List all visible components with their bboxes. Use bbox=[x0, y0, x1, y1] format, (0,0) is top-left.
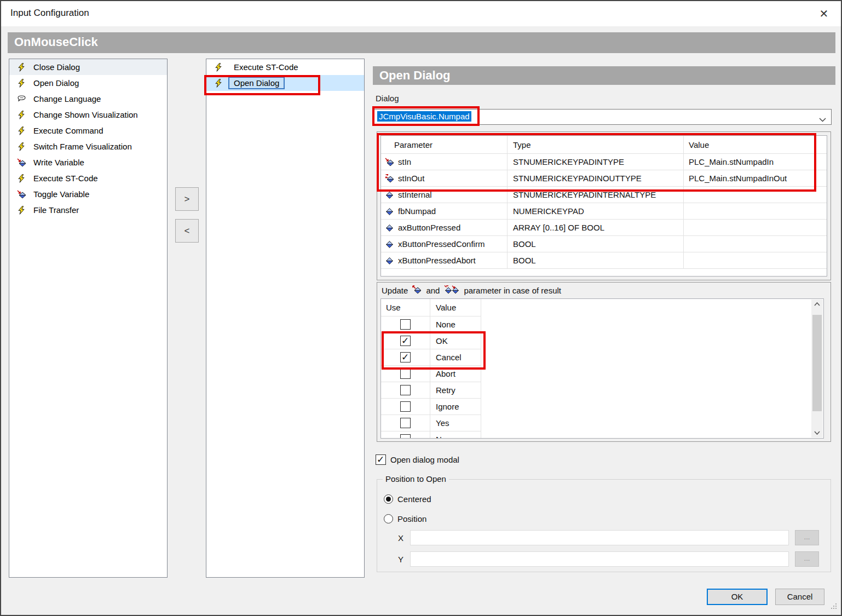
action-list-item[interactable]: Close Dialog bbox=[9, 59, 167, 75]
parameter-name: stInOut bbox=[398, 174, 424, 183]
dialog-combobox[interactable]: JCmpVisuBasic.Numpad bbox=[374, 109, 832, 125]
result-row: Yes bbox=[381, 415, 481, 431]
result-row: Retry bbox=[381, 382, 481, 399]
action-list-item[interactable]: Switch Frame Visualization bbox=[9, 139, 167, 154]
available-actions-list: Close Dialog Open Dialog Change Language… bbox=[9, 59, 168, 578]
parameter-value[interactable]: PLC_Main.stNumpadInOut bbox=[684, 170, 826, 186]
use-checkbox[interactable] bbox=[400, 434, 411, 439]
cancel-button[interactable]: Cancel bbox=[775, 589, 824, 605]
update-label-prefix: Update bbox=[382, 286, 408, 295]
parameter-value[interactable] bbox=[684, 220, 826, 235]
result-row: OK bbox=[381, 333, 481, 349]
parameter-type: STNUMERICKEYPADINOUTTYPE bbox=[507, 170, 684, 186]
action-list-item[interactable]: Toggle Variable bbox=[9, 186, 167, 202]
event-header: OnMouseClick bbox=[8, 32, 835, 53]
column-header-value: Value bbox=[430, 299, 481, 316]
parameter-icon bbox=[385, 158, 397, 166]
parameter-value[interactable] bbox=[684, 203, 826, 219]
y-input[interactable] bbox=[410, 551, 789, 567]
open-dialog-modal-checkbox[interactable] bbox=[376, 454, 386, 465]
resize-grip[interactable] bbox=[830, 602, 838, 612]
update-result-label: Update and parameter in case of result bbox=[382, 285, 561, 296]
parameter-row[interactable]: fbNumpad NUMERICKEYPAD bbox=[381, 203, 827, 220]
action-label: File Transfer bbox=[33, 205, 79, 215]
position-radio[interactable] bbox=[384, 514, 393, 523]
action-list-item[interactable]: Change Shown Visualization bbox=[9, 107, 167, 123]
chevron-down-icon[interactable] bbox=[819, 114, 826, 124]
parameter-row[interactable]: axButtonPressed ARRAY [0..16] OF BOOL bbox=[381, 220, 827, 236]
parameter-type: NUMERICKEYPAD bbox=[507, 203, 684, 219]
use-checkbox[interactable] bbox=[400, 352, 411, 362]
action-list-item[interactable]: Write Variable bbox=[9, 154, 167, 170]
column-header-use: Use bbox=[381, 299, 430, 316]
y-browse-button[interactable]: ... bbox=[795, 551, 819, 567]
result-row: Abort bbox=[381, 366, 481, 382]
scrollbar-thumb[interactable] bbox=[812, 315, 822, 411]
use-checkbox[interactable] bbox=[400, 319, 411, 330]
parameter-name: stInternal bbox=[398, 190, 432, 199]
ok-button[interactable]: OK bbox=[707, 589, 768, 605]
parameter-row[interactable]: stInOut STNUMERICKEYPADINOUTTYPE PLC_Mai… bbox=[381, 170, 827, 187]
result-table: Use Value None OK bbox=[380, 298, 824, 439]
parameter-value[interactable]: PLC_Main.stNumpadIn bbox=[684, 154, 826, 170]
use-checkbox[interactable] bbox=[400, 369, 411, 379]
add-action-button[interactable]: > bbox=[175, 187, 199, 211]
use-checkbox[interactable] bbox=[400, 385, 411, 395]
result-table-header: Use Value bbox=[381, 299, 481, 316]
parameter-icon bbox=[385, 223, 397, 232]
remove-action-button[interactable]: < bbox=[175, 219, 199, 243]
configured-action-item[interactable]: Execute ST-Code bbox=[206, 59, 364, 75]
centered-radio[interactable] bbox=[384, 494, 393, 504]
action-list-item[interactable]: Execute ST-Code bbox=[9, 170, 167, 186]
configured-action-label: Execute ST-Code bbox=[228, 61, 304, 73]
parameter-name: fbNumpad bbox=[398, 206, 436, 216]
action-list-item[interactable]: Execute Command bbox=[9, 123, 167, 139]
result-value: Yes bbox=[430, 415, 481, 431]
input-configuration-dialog: Input Configuration ✕ OnMouseClick Close… bbox=[0, 0, 842, 616]
parameter-row[interactable]: stIn STNUMERICKEYPADINTYPE PLC_Main.stNu… bbox=[381, 154, 827, 170]
result-row: None bbox=[381, 316, 481, 333]
result-value: None bbox=[430, 316, 481, 332]
parameter-icon bbox=[385, 207, 397, 216]
x-browse-button[interactable]: ... bbox=[795, 530, 819, 545]
use-checkbox[interactable] bbox=[400, 401, 411, 412]
action-list-item[interactable]: File Transfer bbox=[9, 202, 167, 218]
scroll-down-icon[interactable] bbox=[811, 428, 823, 437]
scroll-up-icon[interactable] bbox=[811, 300, 823, 309]
parameter-value[interactable] bbox=[684, 252, 826, 268]
configured-action-item[interactable]: Open Dialog bbox=[206, 75, 364, 91]
result-value: OK bbox=[430, 333, 481, 349]
configured-actions-list: Execute ST-Code Open Dialog bbox=[206, 59, 365, 578]
window-title: Input Configuration bbox=[10, 8, 89, 19]
parameter-rows: stIn STNUMERICKEYPADINTYPE PLC_Main.stNu… bbox=[381, 154, 827, 269]
parameter-row[interactable]: stInternal STNUMERICKEYPADINTERNALTYPE bbox=[381, 187, 827, 203]
use-checkbox[interactable] bbox=[400, 418, 411, 428]
parameter-row[interactable]: xButtonPressedAbort BOOL bbox=[381, 252, 827, 269]
parameter-table-header: Parameter Type Value bbox=[381, 136, 827, 154]
action-icon bbox=[16, 190, 27, 199]
parameter-value[interactable] bbox=[684, 187, 826, 203]
parameter-type: BOOL bbox=[507, 236, 684, 252]
action-label: Close Dialog bbox=[33, 62, 80, 72]
result-value: Ignore bbox=[430, 399, 481, 414]
x-input[interactable] bbox=[410, 530, 789, 545]
parameter-row[interactable]: xButtonPressedConfirm BOOL bbox=[381, 236, 827, 252]
close-icon[interactable]: ✕ bbox=[816, 5, 832, 22]
parameter-icon bbox=[385, 240, 397, 249]
parameter-icon bbox=[385, 174, 397, 183]
action-list-item[interactable]: Change Language bbox=[9, 91, 167, 107]
result-value: No bbox=[430, 431, 481, 439]
open-dialog-modal-label: Open dialog modal bbox=[390, 455, 459, 464]
parameter-value[interactable] bbox=[684, 236, 826, 252]
configured-action-label: Open Dialog bbox=[228, 77, 285, 89]
result-table-scrollbar[interactable] bbox=[811, 300, 823, 437]
use-checkbox[interactable] bbox=[400, 336, 411, 346]
parameter-name: xButtonPressedConfirm bbox=[398, 239, 485, 249]
column-header-type: Type bbox=[507, 136, 684, 153]
parameter-type: BOOL bbox=[507, 252, 684, 268]
position-radio-row: Position bbox=[384, 514, 426, 523]
action-icon bbox=[213, 79, 224, 88]
action-list-item[interactable]: Open Dialog bbox=[9, 75, 167, 91]
action-label: Switch Frame Visualization bbox=[33, 142, 132, 151]
action-icon bbox=[213, 63, 224, 72]
